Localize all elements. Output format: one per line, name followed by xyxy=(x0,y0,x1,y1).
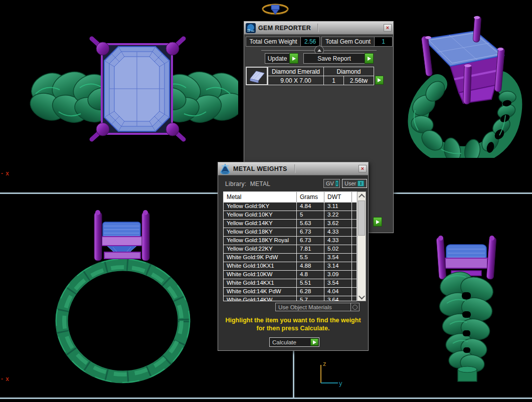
table-row[interactable]: Yellow Gold:22KY7.815.02 xyxy=(224,245,357,253)
play-icon xyxy=(292,57,296,61)
gv-indicator: I xyxy=(335,180,338,186)
play-icon xyxy=(376,220,380,224)
circle-icon xyxy=(352,305,358,310)
user-toggle-button[interactable]: User I xyxy=(342,179,367,188)
axis-label-negative-x-bottom: - x xyxy=(1,375,10,382)
chevron-up-icon xyxy=(359,193,365,200)
table-row[interactable]: White Gold:14K PdW6.284.04 xyxy=(224,287,357,296)
chevron-down-icon xyxy=(359,293,365,299)
viewport-top-mini-ring-render xyxy=(260,2,292,17)
viewport-top-left[interactable] xyxy=(28,28,238,153)
header-spacer xyxy=(352,192,357,202)
metals-table: Metal Grams DWT Yellow Gold:9KY4.843.11 … xyxy=(223,191,357,301)
play-icon xyxy=(368,57,371,61)
gem-name-cell[interactable]: Diamond Emerald xyxy=(268,67,324,76)
gem-row-go-button[interactable] xyxy=(375,76,384,85)
viewport-top-right[interactable] xyxy=(401,15,532,158)
gv-label: GV xyxy=(326,180,334,186)
library-label: Library: METAL xyxy=(225,180,270,187)
calculate-go-icon xyxy=(310,338,318,346)
total-gem-weight-label: Total Gem Weight xyxy=(246,37,301,46)
header-metal: Metal xyxy=(224,192,297,202)
table-row[interactable]: Yellow Gold:14KY5.633.62 xyxy=(224,219,357,228)
user-label: User xyxy=(344,180,356,186)
table-row[interactable]: Yellow Gold:10KY53.22 xyxy=(224,211,357,219)
gv-toggle-button[interactable]: GV I xyxy=(323,179,340,188)
dropdown-toggle[interactable] xyxy=(350,303,359,311)
metal-weights-title: METAL WEIGHTS xyxy=(233,165,287,172)
update-go-button[interactable] xyxy=(289,53,298,64)
gem-thumbnail[interactable] xyxy=(246,67,268,85)
table-row[interactable]: Yellow Gold:9KY4.843.11 xyxy=(224,202,357,211)
titlebar-groove xyxy=(294,164,295,173)
total-gem-weight-field: Total Gem Weight 2.56 xyxy=(246,37,320,47)
axis-gizmo: z y xyxy=(312,359,343,388)
viewport-bottom-left[interactable] xyxy=(53,208,198,383)
metals-table-header: Metal Grams DWT xyxy=(224,192,357,202)
gem-count-cell[interactable]: 1 xyxy=(323,76,344,85)
play-icon xyxy=(378,78,381,82)
total-gem-count-value: 1 xyxy=(375,37,392,46)
gem-reporter-titlebar[interactable]: GEM REPORTER × xyxy=(244,22,393,35)
table-row[interactable]: White Gold:14KW5.73.64 xyxy=(224,296,357,301)
header-grams: Grams xyxy=(297,192,324,202)
gem-weight-cell[interactable]: 2.56tw xyxy=(343,76,374,85)
gizmo-z-label: z xyxy=(323,360,326,367)
ring-render-top-view xyxy=(28,28,238,153)
save-report-button[interactable]: Save Report xyxy=(303,53,365,64)
gem-type-cell[interactable]: Diamond xyxy=(323,67,374,76)
table-row[interactable]: Yellow Gold:18KY Royal6.734.33 xyxy=(224,236,357,245)
scroll-up-button[interactable] xyxy=(358,192,366,200)
ring-render-front-view xyxy=(53,208,198,383)
table-row[interactable]: Yellow Gold:18KY6.734.33 xyxy=(224,228,357,236)
chevron-up-icon xyxy=(317,49,321,52)
gem-reporter-title: GEM REPORTER xyxy=(258,25,311,32)
save-report-go-button[interactable] xyxy=(365,53,374,64)
metal-weights-dialog: METAL WEIGHTS × Library: METAL GV I User… xyxy=(218,162,369,351)
viewport-bottom-right[interactable] xyxy=(429,228,514,383)
occluded-go-button[interactable] xyxy=(373,217,382,227)
table-row[interactable]: White Gold:10KW4.83.09 xyxy=(224,270,357,279)
header-dwt: DWT xyxy=(324,192,352,202)
table-row[interactable]: White Gold:14KX15.513.54 xyxy=(224,279,357,287)
metals-table-rows: Yellow Gold:9KY4.843.11 Yellow Gold:10KY… xyxy=(224,202,357,301)
gizmo-y-label: y xyxy=(339,379,342,387)
total-gem-count-label: Total Gem Count xyxy=(322,37,375,46)
gem-reporter-icon xyxy=(246,23,256,33)
ring-render-perspective-view xyxy=(401,15,532,158)
calculate-label: Calculate xyxy=(270,339,310,345)
gem-image-icon xyxy=(247,68,267,84)
metal-weights-close-icon[interactable]: × xyxy=(359,165,367,172)
user-indicator: I xyxy=(358,180,364,186)
gem-list: Diamond Emerald Diamond 9.00 X 7.00 1 2.… xyxy=(246,67,384,85)
scrollbar-thumb[interactable] xyxy=(358,200,365,236)
total-gem-count-field: Total Gem Count 1 xyxy=(321,37,393,47)
instruction-text: Highlight the item you want to find the … xyxy=(218,316,368,332)
application-window: - x - x z y GEM REPORTER × Total Gem Wei… xyxy=(0,0,532,402)
axis-label-negative-x-mid: - x xyxy=(1,170,10,177)
scroll-down-button[interactable] xyxy=(358,293,366,301)
titlebar-groove xyxy=(317,24,318,32)
calculate-button[interactable]: Calculate xyxy=(269,337,319,347)
gem-reporter-close-icon[interactable]: × xyxy=(384,24,392,32)
table-row[interactable]: White Gold:10KX14.883.14 xyxy=(224,262,357,270)
metal-weights-titlebar[interactable]: METAL WEIGHTS × xyxy=(218,162,368,175)
gem-size-cell[interactable]: 9.00 X 7.00 xyxy=(268,76,324,85)
metal-weights-icon xyxy=(220,163,231,174)
update-button[interactable]: Update xyxy=(265,53,290,64)
library-value: METAL xyxy=(250,180,271,187)
viewport-border-bottom xyxy=(0,397,532,399)
use-object-materials-label: Use Object Materials xyxy=(276,304,350,310)
table-scrollbar[interactable] xyxy=(357,191,366,301)
use-object-materials-dropdown[interactable]: Use Object Materials xyxy=(275,303,360,311)
ring-render-side-view xyxy=(429,228,514,383)
table-row[interactable]: White Gold:9K PdW5.53.54 xyxy=(224,253,357,262)
total-gem-weight-value: 2.56 xyxy=(301,37,319,46)
